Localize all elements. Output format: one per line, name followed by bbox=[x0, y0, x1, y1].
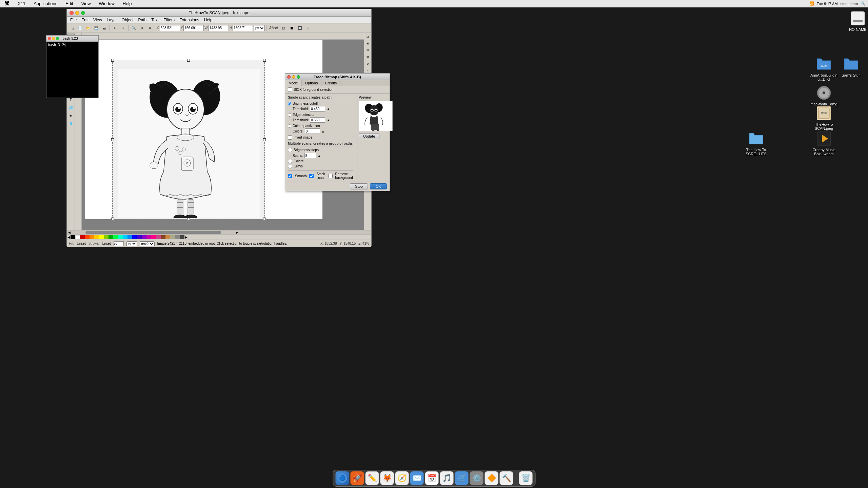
ink-menu-edit[interactable]: Edit bbox=[79, 17, 91, 23]
desktop-icon-mac-fanta[interactable]: mac-fanta...dmg bbox=[810, 85, 837, 106]
trace-tab-credits[interactable]: Credits bbox=[321, 80, 340, 86]
sel-handle-bc[interactable] bbox=[187, 218, 190, 220]
edge-threshold-spinup[interactable]: ▲ bbox=[327, 118, 330, 122]
rt-center[interactable]: ⊕ bbox=[365, 61, 371, 67]
stack-scans-checkbox[interactable] bbox=[309, 174, 314, 178]
tb-affect-2[interactable]: ◼ bbox=[288, 24, 295, 32]
tb-new[interactable]: 📄 bbox=[76, 24, 84, 32]
color-swatch-khaki[interactable] bbox=[170, 235, 175, 239]
siox-checkbox[interactable] bbox=[288, 87, 292, 92]
scans-spinup[interactable]: ▲ bbox=[318, 154, 321, 158]
tb-flip-v[interactable]: ⇕ bbox=[146, 24, 154, 32]
ink-menu-extensions[interactable]: Extensions bbox=[177, 17, 201, 23]
h-input[interactable] bbox=[233, 25, 253, 31]
edge-detection-radio[interactable] bbox=[288, 113, 291, 117]
ink-menu-path[interactable]: Path bbox=[136, 17, 149, 23]
color-swatch-cyan-green[interactable] bbox=[118, 235, 123, 239]
color-swatch-pink[interactable] bbox=[151, 235, 156, 239]
dock-item-firefox[interactable]: 🦊 bbox=[380, 471, 394, 485]
scans-input[interactable] bbox=[304, 153, 316, 158]
scroll-right-btn[interactable]: ▶ bbox=[235, 231, 240, 234]
smooth-checkbox[interactable] bbox=[288, 174, 292, 178]
tb-select[interactable]: ⬚ bbox=[68, 24, 76, 32]
dock-item-launchpad[interactable]: 🚀 bbox=[351, 471, 364, 485]
tb-affect-1[interactable]: ◻ bbox=[280, 24, 287, 32]
sel-handle-ml[interactable] bbox=[111, 138, 114, 141]
tool-spray[interactable]: 💦 bbox=[67, 104, 75, 111]
color-swatch-bright-yellow[interactable] bbox=[99, 235, 104, 239]
trace-maximize-btn[interactable] bbox=[297, 75, 300, 79]
dock-item-finder[interactable]: 🔵 bbox=[336, 471, 349, 485]
dock-item-inkscape[interactable]: ✏️ bbox=[366, 471, 379, 485]
dock-item-calendar[interactable]: 📅 bbox=[425, 471, 439, 485]
dock-item-appstore[interactable]: 🛒 bbox=[455, 471, 469, 485]
menu-view[interactable]: View bbox=[80, 1, 92, 6]
w-input[interactable] bbox=[209, 25, 229, 31]
tool-gradient[interactable]: ◈ bbox=[67, 111, 75, 119]
ink-menu-file[interactable]: File bbox=[68, 17, 79, 23]
brightness-threshold-spinup[interactable]: ▲ bbox=[327, 107, 330, 111]
invert-image-checkbox[interactable] bbox=[288, 135, 292, 140]
ink-menu-view[interactable]: View bbox=[91, 17, 104, 23]
color-swatch-pure-blue[interactable] bbox=[132, 235, 137, 239]
desktop-icon-no-name[interactable]: NO NAME bbox=[844, 10, 868, 32]
ink-menu-help[interactable]: Help bbox=[202, 17, 215, 23]
ink-menu-text[interactable]: Text bbox=[149, 17, 161, 23]
terminal-maximize-btn[interactable] bbox=[56, 37, 59, 40]
tb-affect-3[interactable]: 🔲 bbox=[296, 24, 303, 32]
inkscape-maximize-btn[interactable] bbox=[81, 11, 85, 15]
trace-tab-mode[interactable]: Mode bbox=[285, 80, 302, 86]
dock-item-vlc[interactable]: 🔶 bbox=[485, 471, 498, 485]
brightness-steps-radio[interactable] bbox=[288, 148, 292, 152]
ink-menu-object[interactable]: Object bbox=[120, 17, 136, 23]
layer-dropdown[interactable]: (root) bbox=[140, 241, 155, 246]
trace-tab-options[interactable]: Options bbox=[302, 80, 322, 86]
desktop-icon-sams-stuff[interactable]: Sam's Stuff bbox=[837, 56, 865, 77]
rt-zoom-page[interactable]: ⊠ bbox=[365, 54, 371, 60]
grays-option-radio[interactable] bbox=[288, 164, 292, 168]
color-swatch-magenta[interactable] bbox=[146, 235, 151, 239]
rt-align[interactable]: ≡ bbox=[365, 67, 371, 74]
sel-handle-tl[interactable] bbox=[111, 59, 114, 62]
x-input[interactable] bbox=[160, 25, 180, 31]
tb-redo[interactable]: ↪ bbox=[119, 24, 127, 32]
dock-item-mail[interactable]: ✉️ bbox=[410, 471, 424, 485]
unit-select[interactable]: px bbox=[254, 25, 265, 31]
palette-scroll-right[interactable]: ▶ bbox=[184, 236, 188, 239]
sel-handle-br[interactable] bbox=[263, 218, 266, 220]
color-quant-radio[interactable] bbox=[288, 124, 291, 128]
sel-handle-tr[interactable] bbox=[263, 59, 266, 62]
trace-close-btn[interactable] bbox=[287, 75, 291, 79]
menu-edit[interactable]: Edit bbox=[64, 1, 74, 6]
terminal-minimize-btn[interactable] bbox=[52, 37, 55, 40]
palette-scroll-left[interactable]: ◀ bbox=[67, 236, 71, 239]
colors-spinup[interactable]: ▲ bbox=[321, 129, 325, 133]
tb-open[interactable]: 📂 bbox=[84, 24, 92, 32]
brightness-cutoff-radio[interactable] bbox=[288, 102, 291, 105]
spotlight-icon[interactable]: 🔍 bbox=[861, 1, 865, 6]
canvas-hscroll[interactable]: ◀ ▶ bbox=[67, 230, 371, 234]
menu-applications[interactable]: Applications bbox=[32, 1, 59, 6]
color-swatch-lime[interactable] bbox=[104, 235, 108, 239]
y-input[interactable] bbox=[183, 25, 204, 31]
color-swatch-red[interactable] bbox=[80, 235, 85, 239]
menu-help[interactable]: Help bbox=[121, 1, 133, 6]
inkscape-minimize-btn[interactable] bbox=[75, 11, 79, 15]
dock-item-safari[interactable]: 🧭 bbox=[395, 471, 409, 485]
dock-item-itunes[interactable]: 🎵 bbox=[440, 471, 454, 485]
color-swatch-bright-green[interactable] bbox=[113, 235, 118, 239]
desktop-icon-creepy-music[interactable]: Creepy Music Box...webm bbox=[810, 130, 837, 156]
color-swatch-blue[interactable] bbox=[127, 235, 132, 239]
terminal-content[interactable]: bash-3.2$ bbox=[46, 42, 98, 98]
color-swatch-purple[interactable] bbox=[142, 235, 146, 239]
ink-menu-layer[interactable]: Layer bbox=[105, 17, 119, 23]
menu-x11[interactable]: X11 bbox=[16, 1, 27, 6]
color-swatch-green[interactable] bbox=[108, 235, 113, 239]
brightness-threshold-input[interactable] bbox=[310, 106, 325, 111]
edge-threshold-input[interactable] bbox=[310, 117, 325, 123]
opacity-dropdown[interactable]: % bbox=[126, 241, 137, 246]
desktop-icon-thehowto[interactable]: JPEG TheHowTo SCAN.jpeg bbox=[810, 105, 837, 130]
color-swatch-yellow[interactable] bbox=[94, 235, 99, 239]
ok-button[interactable]: OK bbox=[370, 183, 387, 189]
color-swatch-white[interactable] bbox=[75, 235, 80, 239]
